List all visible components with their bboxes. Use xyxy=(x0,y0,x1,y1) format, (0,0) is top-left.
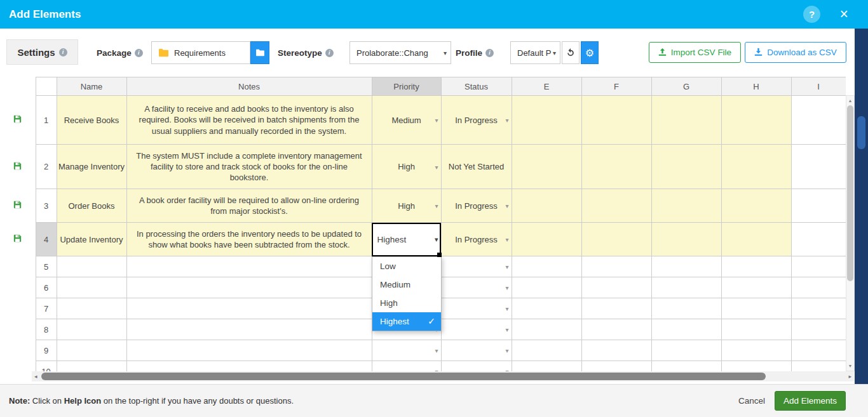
cell-notes[interactable] xyxy=(126,361,372,372)
cell-i[interactable] xyxy=(791,223,846,256)
cell-h[interactable] xyxy=(721,340,791,361)
cell-e[interactable] xyxy=(512,361,581,372)
cell-f[interactable] xyxy=(581,319,651,340)
cell-h[interactable] xyxy=(721,319,791,340)
cell-priority[interactable]: ▾ xyxy=(372,361,441,372)
cell-e[interactable] xyxy=(512,223,581,256)
cell-status[interactable]: In Progress▾ xyxy=(441,96,512,145)
cell-f[interactable] xyxy=(581,145,651,189)
dropdown-option-low[interactable]: Low xyxy=(372,257,441,275)
scroll-up-arrow-icon[interactable]: ▲ xyxy=(846,98,854,103)
cell-h[interactable] xyxy=(721,361,791,372)
col-header-e[interactable]: E xyxy=(512,77,581,96)
dropdown-option-medium[interactable]: Medium xyxy=(372,275,441,294)
stereotype-select[interactable]: Prolaborate::Chang ▾ xyxy=(349,41,451,64)
cell-notes[interactable]: A facility to receive and add books to t… xyxy=(126,96,372,145)
cell-name[interactable] xyxy=(57,298,126,319)
cell-g[interactable] xyxy=(651,361,721,372)
cell-priority[interactable]: Medium▾ xyxy=(372,96,441,145)
row-number[interactable]: 1 xyxy=(36,96,57,145)
cell-e[interactable] xyxy=(512,256,581,277)
cell-i[interactable] xyxy=(791,298,846,319)
cell-i[interactable] xyxy=(791,256,846,277)
close-icon[interactable]: × xyxy=(840,4,848,23)
cell-i[interactable] xyxy=(791,189,846,223)
cell-status[interactable]: ▾ xyxy=(441,319,512,340)
vertical-scrollbar-thumb[interactable] xyxy=(847,105,853,281)
cell-g[interactable] xyxy=(651,277,721,298)
cancel-button[interactable]: Cancel xyxy=(738,385,765,417)
scroll-left-arrow-icon[interactable]: ◂ xyxy=(34,371,37,381)
fill-handle[interactable] xyxy=(437,253,442,257)
cell-h[interactable] xyxy=(721,256,791,277)
cell-notes[interactable] xyxy=(126,340,372,361)
cell-h[interactable] xyxy=(721,145,791,189)
cell-f[interactable] xyxy=(581,189,651,223)
vertical-scrollbar[interactable]: ▲ ▼ xyxy=(846,95,855,371)
package-input[interactable]: Requirements xyxy=(151,41,250,64)
download-csv-button[interactable]: Download as CSV xyxy=(745,42,846,63)
cell-f[interactable] xyxy=(581,223,651,256)
dropdown-option-high[interactable]: High xyxy=(372,294,441,312)
cell-e[interactable] xyxy=(512,96,581,145)
cell-status[interactable]: ▾ xyxy=(441,361,512,372)
row-number[interactable]: 3 xyxy=(36,189,57,223)
cell-priority[interactable]: ▾ xyxy=(372,340,441,361)
row-number[interactable]: 4 xyxy=(36,223,57,256)
cell-status[interactable]: In Progress▾ xyxy=(441,223,512,256)
row-number-header[interactable] xyxy=(36,77,57,96)
cell-notes[interactable] xyxy=(126,319,372,340)
cell-h[interactable] xyxy=(721,189,791,223)
horizontal-scrollbar[interactable]: ◂ ▸ xyxy=(32,371,854,381)
profile-select[interactable]: Default P ▾ xyxy=(510,41,560,64)
scroll-down-arrow-icon[interactable]: ▼ xyxy=(846,364,854,368)
cell-name[interactable] xyxy=(57,277,126,298)
cell-h[interactable] xyxy=(721,96,791,145)
col-header-status[interactable]: Status xyxy=(441,77,512,96)
cell-i[interactable] xyxy=(791,319,846,340)
cell-g[interactable] xyxy=(651,256,721,277)
cell-status[interactable]: ▾ xyxy=(441,277,512,298)
cell-h[interactable] xyxy=(721,223,791,256)
row-number[interactable]: 8 xyxy=(36,319,57,340)
cell-name[interactable] xyxy=(57,319,126,340)
cell-e[interactable] xyxy=(512,340,581,361)
cell-f[interactable] xyxy=(581,340,651,361)
col-header-name[interactable]: Name xyxy=(57,77,126,96)
cell-name[interactable] xyxy=(57,340,126,361)
cell-g[interactable] xyxy=(651,189,721,223)
col-header-notes[interactable]: Notes xyxy=(126,77,372,96)
cell-priority[interactable]: High▾ xyxy=(372,189,441,223)
refresh-button[interactable] xyxy=(562,41,580,64)
row-number[interactable]: 7 xyxy=(36,298,57,319)
cell-name[interactable] xyxy=(57,361,126,372)
cell-notes[interactable]: The system MUST include a complete inven… xyxy=(126,145,372,189)
scroll-right-arrow-icon[interactable]: ▸ xyxy=(848,371,851,381)
import-csv-button[interactable]: Import CSV File xyxy=(649,42,741,63)
cell-status[interactable]: In Progress▾ xyxy=(441,189,512,223)
dropdown-option-highest[interactable]: Highest✓ xyxy=(372,312,441,331)
info-icon[interactable]: i xyxy=(135,49,143,57)
info-icon[interactable]: i xyxy=(325,49,334,57)
row-number[interactable]: 6 xyxy=(36,277,57,298)
info-icon[interactable]: i xyxy=(485,49,494,57)
cell-name[interactable] xyxy=(57,256,126,277)
row-number[interactable]: 5 xyxy=(36,256,57,277)
col-header-g[interactable]: G xyxy=(651,77,721,96)
browse-package-button[interactable] xyxy=(250,41,269,64)
add-elements-button[interactable]: Add Elements xyxy=(775,391,846,411)
cell-notes[interactable] xyxy=(126,277,372,298)
cell-e[interactable] xyxy=(512,319,581,340)
cell-priority-editor[interactable]: Highest▾ xyxy=(372,223,441,256)
cell-g[interactable] xyxy=(651,223,721,256)
cell-notes[interactable] xyxy=(126,298,372,319)
info-icon[interactable]: i xyxy=(59,48,67,56)
cell-i[interactable] xyxy=(791,145,846,189)
cell-status[interactable]: Not Yet Started xyxy=(441,145,512,189)
cell-name[interactable]: Update Inventory xyxy=(57,223,126,256)
settings-gear-button[interactable]: ⚙ xyxy=(581,41,599,64)
cell-e[interactable] xyxy=(512,189,581,223)
cell-status[interactable]: ▾ xyxy=(441,256,512,277)
cell-g[interactable] xyxy=(651,340,721,361)
cell-e[interactable] xyxy=(512,277,581,298)
